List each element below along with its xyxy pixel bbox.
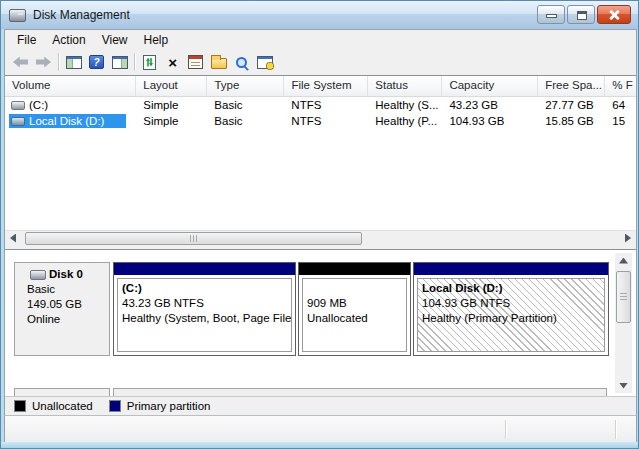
partition-size: 43.23 GB NTFS bbox=[122, 296, 287, 311]
window-title: Disk Management bbox=[33, 8, 130, 22]
maximize-button[interactable] bbox=[567, 5, 595, 24]
drive-icon bbox=[11, 101, 25, 110]
unallocated-swatch bbox=[14, 400, 26, 412]
help-button[interactable]: ? bbox=[85, 51, 108, 73]
back-icon bbox=[13, 57, 28, 68]
cell-layout: Simple bbox=[136, 99, 207, 111]
column-header-freespace[interactable]: Free Spa... bbox=[538, 76, 605, 96]
minimize-button[interactable] bbox=[537, 5, 565, 24]
column-header-type[interactable]: Type bbox=[207, 76, 284, 96]
partition-c[interactable]: (C:) 43.23 GB NTFS Healthy (System, Boot… bbox=[113, 262, 296, 356]
column-header-capacity[interactable]: Capacity bbox=[442, 76, 538, 96]
menu-action[interactable]: Action bbox=[44, 31, 93, 49]
cell-layout: Simple bbox=[136, 115, 207, 127]
cell-filesystem: NTFS bbox=[284, 115, 368, 127]
cell-capacity: 43.23 GB bbox=[442, 99, 538, 111]
column-header-layout[interactable]: Layout bbox=[136, 76, 207, 96]
action-pane-button[interactable] bbox=[108, 51, 131, 73]
status-separator bbox=[615, 420, 616, 439]
horizontal-scrollbar[interactable] bbox=[5, 230, 636, 245]
volume-name: (C:) bbox=[29, 99, 48, 111]
cell-capacity: 104.93 GB bbox=[442, 115, 538, 127]
volume-row-c[interactable]: (C:) Simple Basic NTFS Healthy (S... 43.… bbox=[5, 97, 636, 113]
column-header-percentfree[interactable]: % F bbox=[605, 76, 636, 96]
legend-unallocated: Unallocated bbox=[14, 400, 93, 412]
horizontal-scroll-thumb[interactable] bbox=[25, 232, 362, 245]
menu-file[interactable]: File bbox=[9, 31, 44, 49]
partition-color-bar bbox=[114, 263, 295, 275]
cell-percentfree: 15 bbox=[605, 115, 636, 127]
cell-type: Basic bbox=[207, 99, 284, 111]
open-folder-icon bbox=[211, 58, 227, 69]
vertical-scrollbar[interactable] bbox=[615, 253, 632, 393]
partition-unallocated[interactable]: 909 MB Unallocated bbox=[298, 262, 411, 356]
disk-name: Disk 0 bbox=[49, 267, 83, 282]
legend-label: Unallocated bbox=[32, 400, 93, 412]
primary-partition-swatch bbox=[109, 400, 121, 412]
legend-bar: Unallocated Primary partition bbox=[5, 396, 636, 415]
partition-color-bar bbox=[414, 263, 608, 275]
scroll-down-button[interactable] bbox=[616, 378, 632, 393]
disk-size: 149.05 GB bbox=[27, 297, 109, 312]
console-tree-button[interactable] bbox=[62, 51, 85, 73]
window-content: File Action View Help ? × Volume Layou bbox=[4, 29, 637, 444]
view-icon bbox=[236, 57, 247, 68]
thumb-grip bbox=[190, 235, 198, 242]
menu-help[interactable]: Help bbox=[136, 31, 177, 49]
vertical-scroll-thumb[interactable] bbox=[616, 271, 631, 323]
delete-icon: × bbox=[168, 55, 177, 70]
app-icon bbox=[9, 9, 26, 22]
menu-view[interactable]: View bbox=[94, 31, 136, 49]
cell-status: Healthy (S... bbox=[368, 99, 442, 111]
disk-graph-pane: Disk 0 Basic 149.05 GB Online (C:) 43.23… bbox=[5, 249, 636, 415]
window-bottom-border bbox=[1, 442, 638, 448]
partition-status: Unallocated bbox=[307, 311, 402, 326]
refresh-button[interactable] bbox=[138, 51, 161, 73]
partition-name: (C:) bbox=[122, 281, 287, 296]
titlebar[interactable]: Disk Management bbox=[1, 1, 638, 29]
refresh-icon bbox=[143, 55, 156, 70]
cell-filesystem: NTFS bbox=[284, 99, 368, 111]
volume-list-header: Volume Layout Type File System Status Ca… bbox=[5, 76, 636, 97]
column-header-volume[interactable]: Volume bbox=[5, 76, 136, 96]
toolbar-separator bbox=[58, 53, 59, 71]
scroll-left-button[interactable] bbox=[5, 231, 21, 246]
column-header-filesystem[interactable]: File System bbox=[284, 76, 368, 96]
column-header-status[interactable]: Status bbox=[368, 76, 442, 96]
forward-button[interactable] bbox=[32, 51, 55, 73]
scroll-right-icon bbox=[625, 234, 631, 243]
action-pane-icon bbox=[112, 56, 128, 69]
legend-primary-partition: Primary partition bbox=[109, 400, 211, 412]
scroll-left-icon bbox=[10, 234, 16, 243]
console-tree-icon bbox=[66, 56, 82, 69]
scroll-up-icon bbox=[619, 258, 628, 264]
disk-0-block: Disk 0 Basic 149.05 GB Online (C:) 43.23… bbox=[14, 262, 609, 356]
partition-size: 104.93 GB NTFS bbox=[422, 296, 600, 311]
view-button[interactable] bbox=[230, 51, 253, 73]
volume-name: Local Disk (D:) bbox=[29, 115, 104, 127]
partition-status: Healthy (Primary Partition) bbox=[422, 311, 600, 326]
scroll-down-icon bbox=[619, 383, 628, 389]
delete-button[interactable]: × bbox=[161, 51, 184, 73]
open-button[interactable] bbox=[207, 51, 230, 73]
settings-button[interactable] bbox=[253, 51, 276, 73]
status-bar bbox=[4, 415, 637, 444]
disk-0-label[interactable]: Disk 0 Basic 149.05 GB Online bbox=[14, 262, 110, 356]
partition-d-selected[interactable]: Local Disk (D:) 104.93 GB NTFS Healthy (… bbox=[413, 262, 609, 356]
close-icon bbox=[608, 9, 620, 21]
close-button[interactable] bbox=[597, 5, 631, 24]
properties-button[interactable] bbox=[184, 51, 207, 73]
disk-status: Online bbox=[27, 312, 109, 327]
volume-row-d-selected[interactable]: Local Disk (D:) Simple Basic NTFS Health… bbox=[5, 113, 636, 129]
scroll-right-button[interactable] bbox=[620, 231, 636, 246]
toolbar: ? × bbox=[5, 49, 636, 75]
status-separator bbox=[505, 420, 506, 439]
cell-status: Healthy (P... bbox=[368, 115, 442, 127]
back-button[interactable] bbox=[9, 51, 32, 73]
scroll-up-button[interactable] bbox=[616, 253, 632, 268]
cell-percentfree: 64 bbox=[605, 99, 636, 111]
partition-size: 909 MB bbox=[307, 296, 402, 311]
partition-color-bar bbox=[299, 263, 410, 275]
legend-label: Primary partition bbox=[127, 400, 211, 412]
minimize-icon bbox=[546, 14, 557, 18]
